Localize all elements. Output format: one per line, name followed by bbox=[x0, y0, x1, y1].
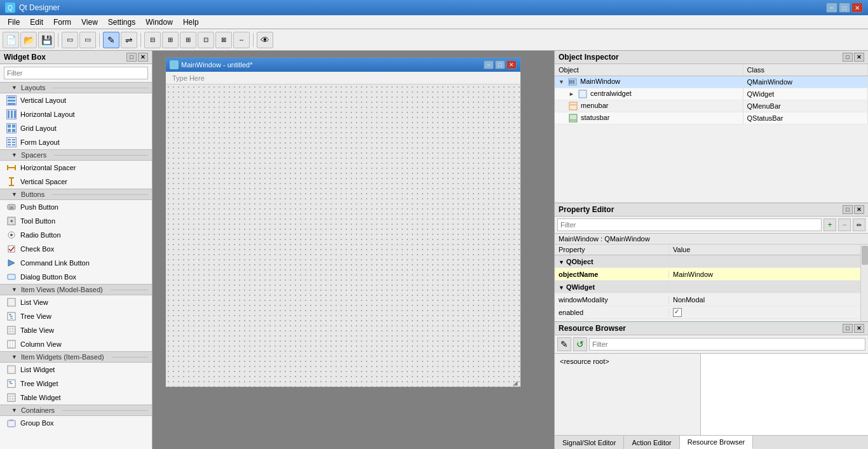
widget-grid-layout[interactable]: Grid Layout bbox=[0, 121, 152, 135]
menu-edit[interactable]: Edit bbox=[25, 17, 48, 28]
widget-v-spacer[interactable]: Vertical Spacer bbox=[0, 175, 152, 189]
widget-h-spacer[interactable]: Horizontal Spacer bbox=[0, 161, 152, 175]
table-row[interactable]: statusbar QStatusBar bbox=[555, 112, 868, 124]
resource-browser-content: <resource root> bbox=[555, 354, 868, 435]
widget-editor-button[interactable]: ✎ bbox=[103, 32, 119, 48]
prop-remove-btn[interactable]: − bbox=[838, 218, 851, 231]
property-editor-filter-input[interactable] bbox=[557, 218, 822, 231]
close-button[interactable]: ✕ bbox=[851, 3, 863, 13]
section-spacers[interactable]: ▼ Spacers bbox=[0, 149, 152, 161]
design-window-minimize[interactable]: − bbox=[484, 60, 494, 69]
section-containers[interactable]: ▼ Containers bbox=[0, 405, 152, 416]
adjust-size-button[interactable]: ↔ bbox=[233, 32, 250, 48]
app-icon: Q bbox=[5, 3, 15, 13]
widget-check-box[interactable]: Check Box bbox=[0, 242, 152, 256]
section-layouts[interactable]: ▼ Layouts bbox=[0, 82, 152, 93]
res-edit-btn[interactable]: ✎ bbox=[557, 337, 571, 351]
prop-row-geometry[interactable]: ►geometry [(0, 0), 557 x 495] bbox=[555, 319, 868, 321]
prop-configure-btn[interactable]: ✏ bbox=[853, 218, 865, 231]
svg-rect-15 bbox=[12, 144, 15, 145]
property-editor-close[interactable]: ✕ bbox=[854, 205, 864, 214]
prop-add-btn[interactable]: + bbox=[824, 218, 836, 231]
design-window-close[interactable]: ✕ bbox=[506, 60, 517, 69]
table-row[interactable]: ▼ MainWindow QMainWindow bbox=[555, 76, 868, 88]
design-window-type-here[interactable]: Type Here bbox=[168, 73, 208, 83]
resource-browser-close[interactable]: ✕ bbox=[854, 324, 864, 333]
menu-window[interactable]: Window bbox=[140, 17, 178, 28]
widget-form-layout[interactable]: Form Layout bbox=[0, 135, 152, 149]
widget-command-link[interactable]: Command Link Button bbox=[0, 256, 152, 270]
tab-resource-browser[interactable]: Resource Browser bbox=[680, 436, 753, 449]
object-inspector-close[interactable]: ✕ bbox=[854, 53, 864, 62]
layout-grid-button[interactable]: ⊞ bbox=[180, 32, 196, 48]
widget-push-button[interactable]: OK Push Button bbox=[0, 200, 152, 214]
redo-button[interactable]: ▭ bbox=[79, 32, 96, 48]
widget-radio-button[interactable]: Radio Button bbox=[0, 228, 152, 242]
svg-rect-8 bbox=[8, 129, 11, 132]
widget-dialog-button[interactable]: Dialog Button Box bbox=[0, 270, 152, 284]
widget-box-maximize[interactable]: □ bbox=[126, 53, 137, 62]
svg-rect-13 bbox=[12, 142, 15, 143]
menu-help[interactable]: Help bbox=[178, 17, 204, 28]
maximize-button[interactable]: □ bbox=[839, 3, 850, 13]
widget-tree-widget[interactable]: Tree Widget bbox=[0, 377, 152, 391]
layout-form-button[interactable]: ⊡ bbox=[198, 32, 214, 48]
prop-row-enabled[interactable]: enabled bbox=[555, 306, 868, 319]
property-editor-maximize[interactable]: □ bbox=[843, 205, 853, 214]
table-row[interactable]: ► centralwidget QWidget bbox=[555, 88, 868, 100]
widget-vertical-layout[interactable]: Vertical Layout bbox=[0, 93, 152, 107]
widget-tool-button[interactable]: ✦ Tool Button bbox=[0, 214, 152, 228]
res-root-item[interactable]: <resource root> bbox=[557, 356, 698, 366]
widget-list-widget[interactable]: List Widget bbox=[0, 363, 152, 377]
enabled-checkbox[interactable] bbox=[673, 308, 682, 317]
svg-marker-29 bbox=[8, 260, 15, 266]
layout-v-button[interactable]: ⊞ bbox=[162, 32, 179, 48]
widget-group-box[interactable]: GB Group Box bbox=[0, 416, 152, 430]
design-window-maximize[interactable]: □ bbox=[495, 60, 505, 69]
resource-browser-title: Resource Browser bbox=[559, 324, 626, 333]
row-class: QWidget bbox=[743, 88, 867, 100]
signal-slot-button[interactable]: ⇌ bbox=[121, 32, 137, 48]
menu-view[interactable]: View bbox=[76, 17, 103, 28]
toolbar-sep-3 bbox=[140, 33, 141, 47]
push-button-label: Push Button bbox=[20, 203, 58, 211]
object-inspector-maximize[interactable]: □ bbox=[843, 53, 853, 62]
table-row[interactable]: menubar QMenuBar bbox=[555, 100, 868, 112]
section-buttons[interactable]: ▼ Buttons bbox=[0, 189, 152, 200]
resource-browser-maximize[interactable]: □ bbox=[843, 324, 853, 333]
widget-column-view[interactable]: Column View bbox=[0, 337, 152, 351]
table-widget-label: Table Widget bbox=[20, 394, 61, 401]
widget-table-view[interactable]: Table View bbox=[0, 323, 152, 337]
resize-handle[interactable]: ◢ bbox=[513, 379, 519, 385]
layout-break-button[interactable]: ⊠ bbox=[215, 32, 232, 48]
tab-action-editor[interactable]: Action Editor bbox=[624, 436, 679, 449]
widget-tree-view[interactable]: Tree View bbox=[0, 309, 152, 323]
menu-settings[interactable]: Settings bbox=[103, 17, 140, 28]
new-button[interactable]: 📄 bbox=[3, 32, 19, 48]
tab-signal-slot[interactable]: Signal/Slot Editor bbox=[555, 436, 624, 449]
open-button[interactable]: 📂 bbox=[20, 32, 37, 48]
widget-table-widget[interactable]: Table Widget bbox=[0, 391, 152, 405]
section-item-widgets[interactable]: ▼ Item Widgets (Item-Based) bbox=[0, 351, 152, 363]
widget-box-filter-input[interactable] bbox=[4, 67, 148, 79]
widget-list-view[interactable]: List View bbox=[0, 295, 152, 309]
prop-row-windowmodality[interactable]: windowModality NonModal bbox=[555, 293, 868, 306]
save-button[interactable]: 💾 bbox=[38, 32, 55, 48]
section-item-views[interactable]: ▼ Item Views (Model-Based) bbox=[0, 284, 152, 295]
widget-box-close[interactable]: ✕ bbox=[138, 53, 148, 62]
preview-button[interactable]: 👁 bbox=[257, 32, 273, 48]
menu-file[interactable]: File bbox=[3, 17, 25, 28]
undo-button[interactable]: ▭ bbox=[62, 32, 78, 48]
property-editor-header: Property Editor □ ✕ bbox=[555, 203, 868, 217]
property-scrollbar[interactable] bbox=[860, 245, 868, 321]
minimize-button[interactable]: − bbox=[826, 3, 837, 13]
svg-text:OK: OK bbox=[9, 206, 14, 210]
layout-h-button[interactable]: ⊟ bbox=[144, 32, 161, 48]
widget-horizontal-layout[interactable]: Horizontal Layout bbox=[0, 107, 152, 121]
res-refresh-btn[interactable]: ↺ bbox=[573, 337, 587, 351]
prop-row-objectname[interactable]: objectName MainWindow bbox=[555, 268, 868, 281]
design-window-titlebar: MainWindow - untitled* − □ ✕ bbox=[166, 58, 520, 72]
menu-form[interactable]: Form bbox=[48, 17, 76, 28]
design-canvas[interactable]: ◢ bbox=[166, 84, 520, 387]
resource-filter-input[interactable] bbox=[589, 338, 865, 351]
